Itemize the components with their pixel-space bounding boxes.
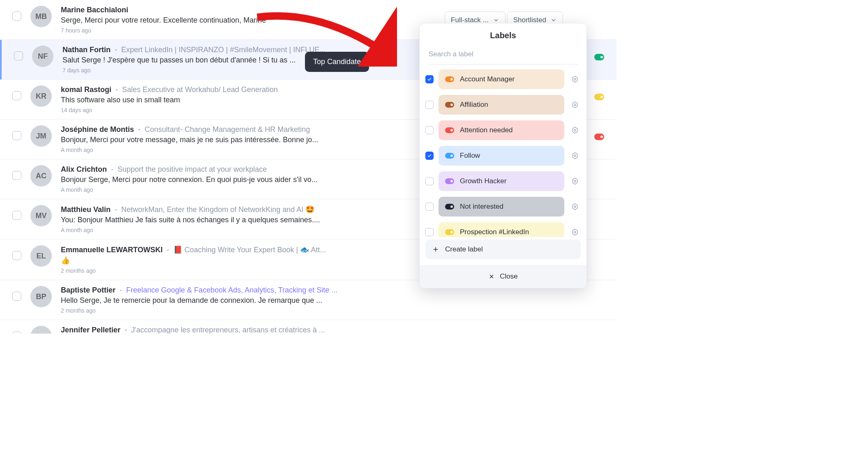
label-text: Not interested (460, 203, 503, 211)
label-checkbox[interactable] (425, 101, 434, 109)
svg-point-3 (574, 104, 576, 106)
svg-marker-12 (573, 229, 577, 235)
contact-headline: Consultant- Change Management & HR Marke… (145, 125, 310, 134)
separator: - (125, 326, 127, 334)
label-tooltip: Top Candidate (305, 52, 369, 72)
row-checkbox[interactable] (12, 251, 21, 260)
svg-point-5 (574, 129, 576, 131)
gear-icon (571, 203, 579, 210)
row-checkbox[interactable] (12, 12, 21, 21)
contact-headline: Support the positive impact at your work… (118, 165, 267, 174)
label-settings-button[interactable] (569, 99, 581, 111)
message-preview: Hello Serge, Je te remercie pour la dema… (61, 296, 609, 305)
contact-headline: NetworkMan, Enter the Kingdom of Network… (121, 205, 314, 214)
label-settings-button[interactable] (569, 175, 581, 187)
label-pill[interactable]: Account Manager (439, 69, 564, 89)
label-pill[interactable]: Growth Hacker (439, 171, 564, 191)
label-checkbox[interactable] (425, 228, 434, 236)
contact-headline: J'accompagne les entrepreneurs, artisans… (131, 326, 325, 334)
chevron-down-icon (550, 17, 557, 23)
contact-name: Joséphine de Montis (61, 125, 134, 134)
label-tooltip-text: Top Candidate (313, 58, 361, 66)
row-checkbox[interactable] (12, 91, 21, 100)
row-checkbox[interactable] (14, 51, 23, 60)
label-checkbox[interactable] (425, 177, 434, 185)
contact-name: Alix Crichton (61, 165, 107, 174)
label-settings-button[interactable] (569, 226, 581, 237)
row-checkbox[interactable] (12, 211, 21, 220)
labels-panel-title: Labels (420, 23, 586, 46)
label-row: Affiliation (425, 95, 581, 115)
label-pill[interactable]: Follow (439, 146, 564, 166)
label-checkbox[interactable] (425, 203, 434, 211)
svg-marker-0 (573, 76, 577, 83)
avatar: AC (30, 165, 52, 187)
row-checkbox[interactable] (12, 332, 21, 334)
label-checkbox[interactable] (425, 152, 434, 160)
label-text: Affiliation (460, 101, 488, 109)
label-chips (594, 54, 604, 60)
create-label-text: Create label (445, 245, 483, 253)
row-checkbox[interactable] (12, 171, 21, 180)
tag-icon (445, 102, 454, 108)
svg-marker-10 (573, 204, 577, 210)
contact-name: komal Rastogi (61, 85, 111, 94)
separator: - (120, 286, 122, 295)
separator: - (167, 246, 169, 254)
label-chip[interactable] (594, 54, 604, 60)
label-pill[interactable]: Attention needed (439, 120, 564, 140)
row-checkbox[interactable] (12, 131, 21, 140)
svg-marker-8 (573, 178, 577, 184)
tag-icon (445, 204, 454, 210)
label-pill[interactable]: Not interested (439, 197, 564, 217)
gear-icon (571, 101, 579, 108)
gear-icon (571, 127, 579, 134)
svg-point-1 (574, 78, 576, 81)
contact-name: Marine Bacchialoni (61, 6, 128, 14)
search-label-input[interactable] (428, 46, 578, 65)
label-checkbox[interactable] (425, 126, 434, 134)
close-panel-text: Close (500, 272, 517, 281)
label-chips (594, 94, 604, 100)
label-text: Attention needed (460, 126, 513, 134)
label-settings-button[interactable] (569, 201, 581, 212)
create-label-button[interactable]: Create label (425, 240, 581, 259)
label-text: Account Manager (460, 75, 515, 83)
conversation-row[interactable]: JPJennifer Pelletier - J'accompagne les … (0, 320, 616, 334)
tag-icon (445, 229, 454, 235)
label-checkbox[interactable] (425, 75, 434, 83)
label-chips (594, 134, 604, 140)
label-chip[interactable] (594, 94, 604, 100)
tag-icon (445, 178, 454, 184)
row-checkbox[interactable] (12, 292, 21, 301)
label-chip[interactable] (594, 134, 604, 140)
gear-icon (571, 228, 579, 236)
label-row: Not interested (425, 197, 581, 217)
contact-headline: Expert LinkedIn | INSPIRANZO | #SmileMov… (121, 46, 326, 54)
label-text: Growth Hacker (460, 177, 506, 185)
avatar: KR (30, 85, 52, 107)
separator: - (115, 85, 118, 94)
separator: - (115, 46, 117, 54)
label-settings-button[interactable] (569, 150, 581, 161)
svg-marker-2 (573, 102, 577, 108)
svg-marker-6 (573, 153, 577, 159)
label-settings-button[interactable] (569, 124, 581, 136)
labels-panel: Labels Account ManagerAffiliationAttenti… (419, 23, 587, 288)
avatar: MB (30, 6, 52, 27)
avatar: JM (30, 125, 52, 147)
label-row: Growth Hacker (425, 171, 581, 191)
tag-icon (445, 76, 454, 82)
contact-name: Emmanuelle LEWARTOWSKI (61, 246, 163, 254)
gear-icon (571, 177, 579, 185)
close-panel-button[interactable]: Close (420, 265, 586, 288)
label-pill[interactable]: Prospection #LinkedIn (439, 222, 564, 237)
svg-marker-4 (573, 127, 577, 134)
contact-name: Baptiste Pottier (61, 286, 115, 295)
gear-icon (571, 76, 579, 83)
timestamp: 2 months ago (61, 307, 609, 314)
contact-headline: Sales Executive at Workahub/ Lead Genera… (122, 85, 278, 94)
contact-headline[interactable]: Freelance Google & Facebook Ads, Analyti… (126, 286, 337, 295)
label-settings-button[interactable] (569, 74, 581, 85)
label-pill[interactable]: Affiliation (439, 95, 564, 115)
